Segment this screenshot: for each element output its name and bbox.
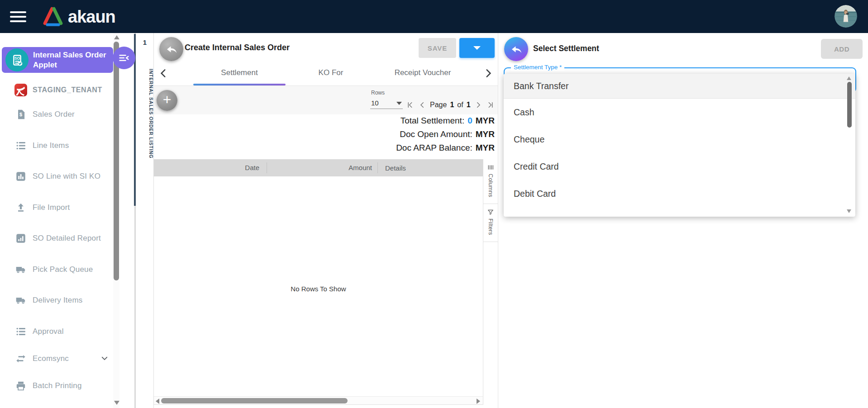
svg-text:SO: SO — [14, 56, 20, 60]
settlement-type-label: Settlement Type * — [511, 64, 564, 71]
sidebar-item-staging-tenant[interactable]: STAGING_TENANT — [0, 81, 113, 99]
option-debit-card[interactable]: Debit Card — [504, 180, 855, 207]
sync-arrows-icon — [14, 352, 27, 365]
column-header-date[interactable]: Date — [154, 162, 267, 173]
caret-down-icon — [473, 46, 481, 50]
sidebar-scroll-up-arrow[interactable] — [114, 35, 119, 39]
bar-chart-icon — [14, 170, 27, 183]
back-arrow-icon — [510, 43, 523, 56]
save-options-dropdown-button[interactable] — [459, 38, 495, 58]
sidebar-item-sales-order[interactable]: $ Sales Order — [0, 105, 113, 123]
dropdown-scroll-down-arrow[interactable] — [847, 209, 851, 213]
sidebar-item-batch-printing[interactable]: Batch Printing — [0, 377, 113, 395]
truck-icon — [14, 294, 27, 307]
side-tab-filters[interactable]: Filters — [483, 204, 498, 242]
back-button[interactable] — [159, 37, 183, 61]
sidebar-item-pick-pack-queue[interactable]: Pick Pack Queue — [0, 261, 113, 279]
first-page-button[interactable] — [405, 100, 415, 109]
columns-icon — [487, 164, 494, 171]
total-settlement-line: Total Settlement:0MYR — [272, 116, 495, 129]
select-settlement-panel: Select Settlement ADD Settlement Type * … — [498, 33, 868, 408]
upload-icon — [14, 201, 27, 214]
listing-tab-index: 1 — [136, 38, 154, 46]
listing-tab-strip[interactable]: 1 INTERNAL SALES ORDER LISTING — [136, 33, 154, 408]
tab-settlement[interactable]: Settlement — [193, 60, 286, 85]
add-row-button[interactable]: + — [157, 90, 177, 111]
collapse-menu-icon — [118, 52, 130, 64]
pagination: Page 1 of 1 — [405, 100, 495, 110]
rows-per-page-select[interactable]: 10 — [370, 98, 403, 109]
back-button[interactable] — [504, 37, 528, 61]
chevron-down-icon[interactable] — [100, 354, 109, 364]
app-window: akaun — [0, 0, 868, 408]
horizontal-scrollbar-thumb[interactable] — [161, 398, 348, 403]
sidebar: SO Internal Sales Order Applet — [0, 33, 119, 408]
page-title: Create Internal Sales Order — [185, 43, 290, 52]
settlement-totals: Total Settlement:0MYR Doc Open Amount:MY… — [272, 116, 495, 157]
so-document-check-icon: SO — [10, 52, 25, 68]
tabs-scroll-left-icon[interactable] — [157, 67, 169, 79]
listing-tab-label: INTERNAL SALES ORDER LISTING — [136, 50, 154, 177]
sidebar-item-ecomsync[interactable]: Ecomsync — [0, 350, 113, 368]
scroll-left-arrow[interactable] — [156, 399, 159, 404]
previous-page-button[interactable] — [418, 100, 427, 109]
tab-receipt-voucher[interactable]: Receipt Voucher — [377, 60, 468, 85]
hamburger-menu-icon[interactable] — [10, 11, 26, 22]
grid-side-tabs: Columns Filters — [483, 159, 498, 405]
tab-ko-for[interactable]: KO For — [299, 60, 362, 85]
report-chart-icon — [14, 232, 27, 245]
sidebar-scrollbar-thumb[interactable] — [114, 42, 119, 280]
current-page-number: 1 — [450, 101, 454, 109]
next-page-button[interactable] — [474, 100, 483, 109]
file-dollar-icon: $ — [14, 108, 27, 121]
applet-header[interactable]: SO Internal Sales Order Applet — [2, 47, 113, 73]
of-label: of — [457, 101, 463, 109]
applet-title: Internal Sales Order Applet — [33, 50, 113, 70]
horizontal-scrollbar[interactable] — [154, 396, 483, 405]
add-button[interactable]: ADD — [821, 39, 863, 59]
scroll-right-arrow[interactable] — [477, 399, 480, 404]
sidebar-item-so-line-with-si-ko[interactable]: SO Line with SI KO — [0, 167, 113, 185]
truck-icon — [14, 263, 27, 276]
sidebar-item-approval[interactable]: Approval — [0, 323, 113, 341]
rows-per-page-label: Rows — [371, 90, 385, 96]
sidebar-item-so-detailed-report[interactable]: SO Detailed Report — [0, 229, 113, 247]
sidebar-item-line-items[interactable]: Line Items — [0, 137, 113, 155]
active-tab-indicator — [193, 84, 286, 85]
sidebar-collapse-button[interactable] — [113, 47, 135, 69]
option-cheque[interactable]: Cheque — [504, 126, 855, 153]
brand-logo: akaun — [42, 5, 115, 28]
option-credit-card[interactable]: Credit Card — [504, 153, 855, 180]
column-header-amount[interactable]: Amount — [267, 162, 378, 173]
list-icon — [14, 139, 27, 152]
option-cash[interactable]: Cash — [504, 99, 855, 126]
total-settlement-value: 0 — [467, 116, 472, 125]
panel-title: Select Settlement — [533, 44, 599, 53]
sidebar-scroll-down-arrow[interactable] — [114, 401, 119, 405]
doc-arap-balance-line: Doc ARAP Balance:MYR — [272, 143, 495, 157]
avatar-photo-icon — [835, 5, 857, 28]
brand-name: akaun — [68, 7, 115, 27]
dropdown-scroll-up-arrow[interactable] — [847, 76, 851, 80]
akaun-triangle-icon — [42, 5, 64, 28]
sidebar-item-delivery-items[interactable]: Delivery Items — [0, 291, 113, 309]
empty-table-message: No Rows To Show — [154, 285, 483, 293]
tenant-logo-icon — [14, 84, 27, 96]
user-avatar[interactable] — [835, 5, 857, 28]
table-header: Date Amount Details — [154, 159, 483, 176]
grid-toolbar: + Rows 10 Page 1 of 1 — [154, 86, 498, 114]
save-button[interactable]: SAVE — [419, 38, 456, 58]
caret-down-icon — [396, 102, 402, 105]
column-header-details[interactable]: Details — [378, 164, 483, 172]
printer-icon — [14, 380, 27, 392]
side-tab-columns[interactable]: Columns — [483, 159, 498, 204]
option-bank-transfer[interactable]: Bank Transfer — [504, 74, 855, 99]
last-page-button[interactable] — [486, 100, 495, 109]
sidebar-item-file-import[interactable]: File Import — [0, 199, 113, 217]
dropdown-scrollbar-thumb[interactable] — [847, 82, 852, 128]
create-internal-sales-order-panel: Create Internal Sales Order SAVE Settlem… — [154, 33, 498, 408]
doc-open-amount-line: Doc Open Amount:MYR — [272, 129, 495, 143]
tabs-scroll-right-icon[interactable] — [482, 67, 494, 79]
total-pages-number: 1 — [467, 101, 471, 109]
top-bar: akaun — [0, 0, 868, 33]
